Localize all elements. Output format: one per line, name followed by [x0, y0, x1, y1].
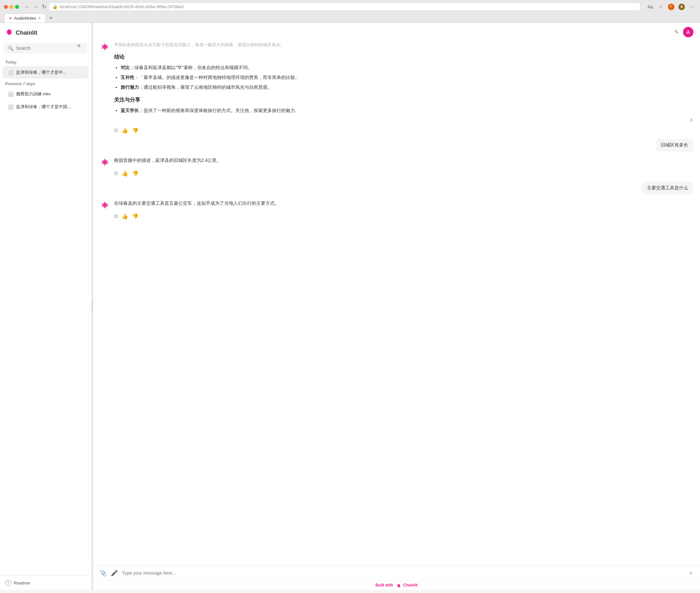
- thumbdown-button-3[interactable]: 👎: [132, 213, 139, 220]
- search-icon: 🔍: [8, 45, 13, 51]
- browser-chrome: ← → ↻ 🔒 localhost:15433/thread/ac63aab6-…: [0, 0, 700, 23]
- chat-icon-3: ⬜: [8, 104, 13, 110]
- conclusion-heading: 结论: [114, 52, 694, 61]
- tab-icon: ✦: [9, 16, 12, 21]
- tabs-bar: ✦ AudioNotes ✕ +: [4, 13, 696, 23]
- search-input[interactable]: [16, 45, 84, 51]
- user-message-1: 旧城区有多长: [100, 139, 694, 151]
- logo-text: Chainlit: [16, 30, 37, 36]
- thumbdown-button-2[interactable]: 👎: [132, 170, 139, 176]
- back-button[interactable]: ←: [25, 4, 30, 10]
- assistant-msg-text-3: 在绿春县的主要交通工具是五菱公交车，这似乎成为了当地人们出行的主要方式。: [114, 200, 694, 207]
- chat-icon-2: ⬜: [8, 91, 13, 97]
- assistant-msg-wrapper-3: 在绿春县的主要交通工具是五菱公交车，这似乎成为了当地人们出行的主要方式。: [100, 200, 694, 210]
- send-button[interactable]: ➤: [689, 569, 694, 577]
- active-tab[interactable]: ✦ AudioNotes ✕: [4, 13, 46, 23]
- message-actions-2: ⧉ 👍 👎: [100, 170, 694, 176]
- bullet-label-4: 蓝天学长: [121, 108, 139, 113]
- browser-actions: Aa ☆ F 🐶 ⋯: [646, 3, 696, 11]
- brand-label: Chainlit: [403, 583, 418, 587]
- sidebar-item-3[interactable]: ⬜ 盐津和绿春，哪个才是中国...: [3, 101, 89, 113]
- share-bullets: 蓝天学长：提供了一种新的视角和深度体验旅行的方式。关注他，探索更多旅行的魅力。: [114, 107, 694, 115]
- thumbup-button-3[interactable]: 👍: [122, 213, 128, 220]
- today-label: Today: [0, 57, 91, 66]
- sidebar-today-section: Today ⬜ 盐津和绿春，哪个才是中... 🗑: [0, 57, 91, 79]
- bullet-label-2: 互补性: [121, 75, 134, 80]
- bullet-complementary: 互补性：「最窄县城」的描述更像是一种对两地独特地理环境的赞美，而非简单的比较。: [121, 74, 694, 82]
- app: Chainlit 🔍 ≡ Today ⬜ 盐津和绿春，哪个才是中... 🗑 Pr…: [0, 23, 700, 590]
- conclusion-bullets: 对比：绿春县和延津县都以"窄"著称，但各自的特点和规模不同。 互补性：「最窄县城…: [114, 64, 694, 91]
- new-tab-button[interactable]: +: [47, 15, 55, 22]
- edit-button[interactable]: ✎: [674, 29, 679, 36]
- extensions-button[interactable]: 🐶: [678, 3, 686, 11]
- assistant-message-1: 早晨斜射的阳光从后方影子投射在河面上，形成一幅宏大的画卷，展现出独特的城市风光。…: [100, 41, 694, 134]
- tab-close-button[interactable]: ✕: [38, 16, 41, 20]
- thumbup-button-1[interactable]: 👍: [122, 127, 128, 134]
- avatar[interactable]: A: [683, 27, 694, 37]
- assistant-msg-content-2: 根据音频中的描述，延津县的旧城区长度为2.4公里。: [114, 157, 694, 164]
- user-msg-text-1: 旧城区有多长: [655, 139, 694, 151]
- attach-button[interactable]: 📎: [100, 569, 107, 577]
- svg-point-5: [104, 204, 106, 206]
- thumbup-button-2[interactable]: 👍: [122, 170, 128, 176]
- sidebar-item-2[interactable]: ⬜ 翘臀肌力訓練.mkv: [3, 88, 89, 100]
- sidebar-search-area: 🔍 ≡: [0, 43, 91, 57]
- reader-mode-button[interactable]: Aa: [646, 3, 654, 11]
- assistant-msg-wrapper-1: 早晨斜射的阳光从后方影子投射在河面上，形成一幅宏大的画卷，展现出独特的城市风光。…: [100, 41, 694, 124]
- logo: Chainlit: [5, 28, 37, 38]
- browser-profile[interactable]: F: [667, 3, 675, 11]
- refresh-button[interactable]: ↻: [42, 4, 46, 10]
- bullet-travel: 旅行魅力：通过航拍等视角，展现了云南地区独特的城市风光与自然景观。: [121, 84, 694, 91]
- copy-button-2[interactable]: ⧉: [114, 170, 118, 176]
- assistant-avatar-3: [100, 200, 110, 210]
- collapse-toggle-1: ∧: [114, 117, 694, 123]
- chat-icon-1: ⬜: [8, 70, 13, 75]
- message-actions-3: ⧉ 👍 👎: [100, 213, 694, 220]
- sidebar-header: Chainlit: [0, 23, 91, 43]
- forward-button[interactable]: →: [33, 4, 39, 10]
- chainlit-footer-icon: [396, 583, 401, 588]
- previous-7-days-label: Previous 7 days: [0, 79, 91, 87]
- tab-title: AudioNotes: [14, 16, 36, 21]
- traffic-lights: [4, 5, 19, 9]
- close-traffic-light[interactable]: [4, 5, 8, 9]
- filter-button[interactable]: ≡: [76, 42, 82, 50]
- sidebar-previous-section: Previous 7 days ⬜ 翘臀肌力訓練.mkv ⬜ 盐津和绿春，哪个才…: [0, 79, 91, 113]
- mic-button[interactable]: 🎤: [111, 569, 118, 577]
- main-content: ✎ A 早晨斜射的阳光从后方影子投射在河面上，形成一幅宏大的画卷，展现出独特的城…: [93, 23, 700, 590]
- sidebar-footer: ? Readme: [0, 576, 91, 590]
- bullet-label-3: 旅行魅力: [121, 84, 139, 90]
- msg-intro-line: 早晨斜射的阳光从后方影子投射在河面上，形成一幅宏大的画卷，展现出独特的城市风光。: [114, 41, 694, 48]
- user-msg-text-2: 主要交通工具是什么: [641, 182, 694, 194]
- lock-icon: 🔒: [52, 4, 58, 9]
- search-box: 🔍: [4, 43, 87, 53]
- bullet-label-1: 对比: [121, 65, 130, 70]
- more-options-button[interactable]: ⋯: [688, 3, 696, 11]
- copy-button-3[interactable]: ⧉: [114, 213, 118, 220]
- readme-label: Readme: [14, 581, 30, 586]
- assistant-msg-wrapper-2: 根据音频中的描述，延津县的旧城区长度为2.4公里。: [100, 157, 694, 167]
- svg-point-3: [104, 161, 106, 163]
- assistant-message-3: 在绿春县的主要交通工具是五菱公交车，这似乎成为了当地人们出行的主要方式。 ⧉ 👍…: [100, 200, 694, 220]
- message-actions-1: ⧉ 👍 👎: [100, 127, 694, 134]
- svg-point-1: [104, 45, 106, 47]
- readme-link[interactable]: ? Readme: [5, 580, 86, 586]
- thumbdown-button-1[interactable]: 👎: [132, 127, 139, 134]
- sidebar-item-text-3: 盐津和绿春，哪个才是中国...: [16, 104, 84, 110]
- message-input[interactable]: [122, 570, 685, 576]
- browser-nav: ← → ↻: [25, 4, 46, 10]
- minimize-traffic-light[interactable]: [9, 5, 13, 9]
- sidebar-item-current-chat[interactable]: ⬜ 盐津和绿春，哪个才是中... 🗑: [3, 66, 89, 79]
- address-bar[interactable]: 🔒 localhost:15433/thread/ac63aab6-b626-4…: [49, 3, 640, 11]
- assistant-msg-text-2: 根据音频中的描述，延津县的旧城区长度为2.4公里。: [114, 157, 694, 164]
- bullet-contrast: 对比：绿春县和延津县都以"窄"著称，但各自的特点和规模不同。: [121, 64, 694, 72]
- sidebar-resizer[interactable]: [92, 23, 93, 590]
- bookmark-button[interactable]: ☆: [657, 3, 665, 11]
- collapse-button-1[interactable]: ∧: [690, 117, 694, 123]
- assistant-msg-content-3: 在绿春县的主要交通工具是五菱公交车，这似乎成为了当地人们出行的主要方式。: [114, 200, 694, 207]
- assistant-msg-content-1: 早晨斜射的阳光从后方影子投射在河面上，形成一幅宏大的画卷，展现出独特的城市风光。…: [114, 41, 694, 124]
- maximize-traffic-light[interactable]: [15, 5, 19, 9]
- copy-button-1[interactable]: ⧉: [114, 127, 118, 134]
- user-message-2: 主要交通工具是什么: [100, 182, 694, 194]
- url-text: localhost:15433/thread/ac63aab6-b626-40e…: [60, 4, 184, 9]
